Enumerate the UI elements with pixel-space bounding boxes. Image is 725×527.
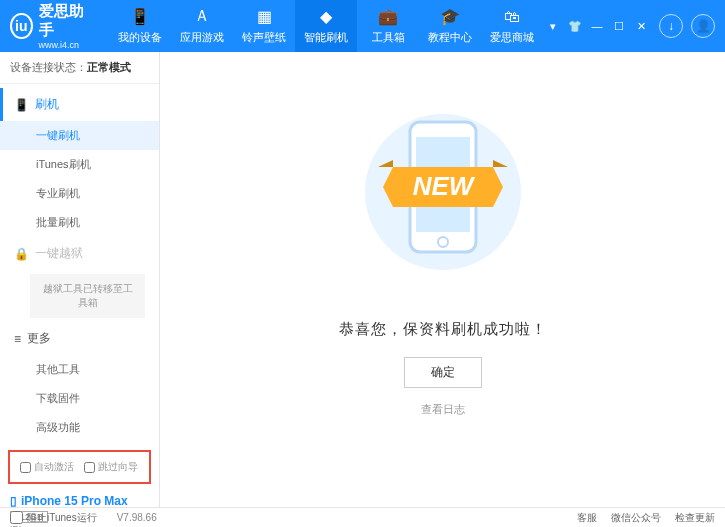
sidebar-item-oneclick[interactable]: 一键刷机 [0, 121, 159, 150]
nav-tutorials[interactable]: 🎓教程中心 [419, 0, 481, 52]
app-logo: iu 爱思助手 www.i4.cn [10, 2, 89, 50]
sidebar-head-more[interactable]: ≡更多 [0, 322, 159, 355]
phone-small-icon: ▯ [10, 494, 17, 508]
phone-icon: 📱 [14, 98, 29, 112]
sidebar-item-download[interactable]: 下载固件 [0, 384, 159, 413]
mall-icon: 🛍 [502, 8, 522, 26]
logo-icon: iu [10, 13, 33, 39]
maximize-icon[interactable]: ☐ [609, 16, 629, 36]
flash-icon: ◆ [316, 8, 336, 26]
success-message: 恭喜您，保资料刷机成功啦！ [339, 320, 547, 339]
app-title: 爱思助手 [39, 2, 89, 40]
view-log-link[interactable]: 查看日志 [421, 402, 465, 417]
connection-status: 设备连接状态：正常模式 [0, 52, 159, 84]
skip-guide-checkbox[interactable]: 跳过向导 [84, 460, 138, 474]
device-icon: 📱 [130, 8, 150, 26]
download-icon[interactable]: ↓ [659, 14, 683, 38]
tutorial-icon: 🎓 [440, 8, 460, 26]
sidebar-item-other[interactable]: 其他工具 [0, 355, 159, 384]
nav-my-device[interactable]: 📱我的设备 [109, 0, 171, 52]
nav-toolbox[interactable]: 💼工具箱 [357, 0, 419, 52]
options-box: 自动激活 跳过向导 [8, 450, 151, 484]
version-label: V7.98.66 [117, 512, 157, 523]
apps-icon: Ａ [192, 8, 212, 26]
lock-icon: 🔒 [14, 247, 29, 261]
auto-activate-checkbox[interactable]: 自动激活 [20, 460, 74, 474]
ok-button[interactable]: 确定 [404, 357, 482, 388]
toolbox-icon: 💼 [378, 8, 398, 26]
sidebar-item-itunes[interactable]: iTunes刷机 [0, 150, 159, 179]
sidebar-item-pro[interactable]: 专业刷机 [0, 179, 159, 208]
sidebar-head-jailbreak: 🔒一键越狱 [0, 237, 159, 270]
block-itunes-checkbox[interactable]: 阻止iTunes运行 [10, 511, 97, 525]
success-illustration: NEW [358, 92, 528, 302]
user-icon[interactable]: 👤 [691, 14, 715, 38]
nav-mall[interactable]: 🛍爱思商城 [481, 0, 543, 52]
sidebar-head-flash[interactable]: 📱刷机 [0, 88, 159, 121]
list-icon: ≡ [14, 332, 21, 346]
menu-icon[interactable]: ▾ [543, 16, 563, 36]
skin-icon[interactable]: 👕 [565, 16, 585, 36]
jailbreak-note: 越狱工具已转移至工具箱 [30, 274, 145, 318]
footer-update[interactable]: 检查更新 [675, 511, 715, 525]
minimize-icon[interactable]: — [587, 16, 607, 36]
sidebar-item-advanced[interactable]: 高级功能 [0, 413, 159, 442]
nav-flash[interactable]: ◆智能刷机 [295, 0, 357, 52]
svg-text:NEW: NEW [412, 171, 475, 201]
ringtone-icon: ▦ [254, 8, 274, 26]
nav-apps[interactable]: Ａ应用游戏 [171, 0, 233, 52]
footer-wechat[interactable]: 微信公众号 [611, 511, 661, 525]
app-url: www.i4.cn [39, 40, 89, 50]
nav-ringtones[interactable]: ▦铃声壁纸 [233, 0, 295, 52]
footer-support[interactable]: 客服 [577, 511, 597, 525]
sidebar-item-batch[interactable]: 批量刷机 [0, 208, 159, 237]
close-icon[interactable]: ✕ [631, 16, 651, 36]
